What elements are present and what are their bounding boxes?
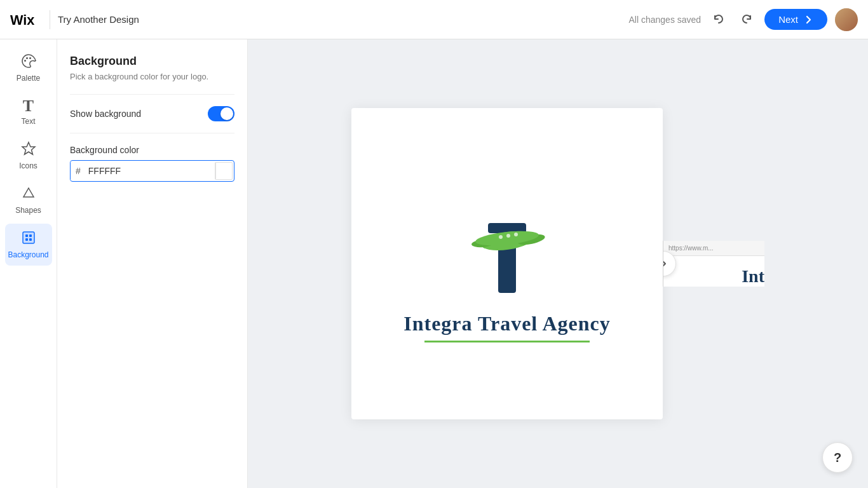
logo-content: Integra Travel Agency (403, 185, 611, 342)
sidebar-item-background[interactable]: Background (5, 224, 52, 266)
canvas-area: Integra Travel Agency https://www.m... I… (248, 39, 868, 488)
redo-button[interactable] (736, 11, 757, 29)
settings-panel: Background Pick a background color for y… (57, 39, 248, 488)
svg-point-17 (499, 235, 503, 239)
panel-divider-2 (70, 133, 234, 133)
sidebar-item-icons[interactable]: Icons (5, 135, 52, 177)
undo-button[interactable] (709, 11, 729, 29)
svg-point-2 (26, 57, 28, 59)
header-right: All changes saved Next (629, 8, 858, 31)
logo-icon (437, 185, 577, 302)
shapes-icon (21, 186, 36, 203)
svg-rect-7 (25, 234, 28, 237)
color-hash-symbol: # (71, 161, 86, 180)
svg-point-1 (24, 60, 26, 62)
background-color-label: Background color (70, 145, 234, 155)
app-header: Wix Try Another Design All changes saved… (0, 0, 868, 39)
palette-icon (21, 53, 36, 71)
show-background-label: Show background (70, 109, 141, 119)
browser-content: Int (663, 256, 764, 287)
header-divider (50, 10, 50, 29)
svg-rect-8 (29, 234, 32, 237)
svg-marker-4 (22, 142, 35, 154)
svg-rect-10 (29, 238, 32, 241)
save-status: All changes saved (629, 15, 702, 25)
app-body: Palette T Text Icons Shapes (0, 0, 868, 488)
logo-underline (424, 341, 590, 342)
avatar[interactable] (835, 8, 858, 31)
background-icon (21, 230, 36, 248)
header-left: Wix Try Another Design (10, 10, 139, 29)
page-title: Try Another Design (58, 14, 139, 25)
help-button[interactable]: ? (822, 442, 853, 473)
toggle-knob (220, 107, 233, 120)
svg-rect-5 (23, 232, 34, 243)
color-value-input[interactable] (86, 161, 214, 180)
next-button[interactable]: Next (764, 9, 827, 30)
show-background-toggle[interactable] (208, 106, 234, 121)
text-icon: T (23, 98, 34, 114)
panel-title: Background (70, 55, 234, 68)
sidebar-shapes-label: Shapes (15, 206, 41, 215)
logo-card: Integra Travel Agency (351, 108, 663, 419)
sidebar-palette-label: Palette (17, 74, 40, 83)
panel-subtitle: Pick a background color for your logo. (70, 72, 234, 81)
logo-text: Integra Travel Agency (403, 312, 611, 336)
browser-url-bar: https://www.m... (663, 241, 764, 256)
svg-point-3 (29, 57, 31, 59)
svg-point-18 (506, 234, 510, 238)
color-input-row: # (70, 160, 234, 182)
sidebar-item-palette[interactable]: Palette (5, 47, 52, 89)
wix-logo: Wix (10, 13, 42, 27)
sidebar-background-label: Background (8, 250, 48, 259)
sidebar-item-text[interactable]: T Text (5, 92, 52, 132)
sidebar-text-label: Text (21, 117, 35, 126)
svg-point-19 (514, 233, 518, 236)
icon-sidebar: Palette T Text Icons Shapes (0, 39, 57, 488)
preview-brand-text: Int (742, 266, 764, 287)
sidebar-icons-label: Icons (19, 161, 37, 170)
color-swatch[interactable] (215, 162, 233, 180)
svg-text:Wix: Wix (10, 13, 34, 27)
svg-rect-9 (25, 238, 28, 241)
icons-icon (21, 141, 36, 159)
sidebar-item-shapes[interactable]: Shapes (5, 179, 52, 221)
panel-divider-1 (70, 94, 234, 95)
right-preview-panel: https://www.m... Int (663, 241, 764, 287)
show-background-row: Show background (70, 106, 234, 121)
